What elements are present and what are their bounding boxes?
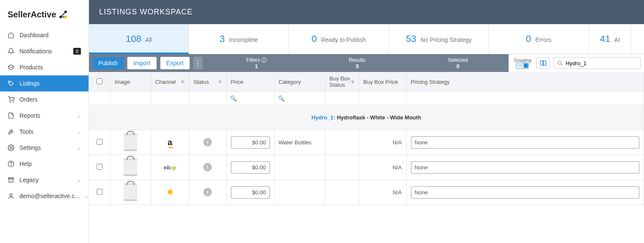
group-row[interactable]: Hydro_1: Hydroflask - White - Wide Mouth xyxy=(89,105,644,130)
table-row: a ! $0.00 Water Bottles N/A None xyxy=(89,130,644,155)
tab-label: Errors xyxy=(536,36,552,43)
listings-grid: Image Channel▼ Status▼ Price Category Bu… xyxy=(89,72,644,243)
table-row: ✱ ! $0.00 N/A None xyxy=(89,180,644,205)
col-status[interactable]: Status▼ xyxy=(189,72,226,92)
grouping-label: Grouping xyxy=(514,58,531,63)
status-warning-icon[interactable]: ! xyxy=(203,138,212,146)
tab-ready[interactable]: 0 Ready to Publish xyxy=(289,24,389,54)
nav-help[interactable]: Help xyxy=(0,156,89,172)
tab-nopricing[interactable]: 53 No Pricing Strategy xyxy=(389,24,489,54)
col-label: Price xyxy=(231,79,244,85)
svg-point-7 xyxy=(13,102,14,102)
status-warning-icon[interactable]: ! xyxy=(203,163,212,171)
nav-reports[interactable]: Reports ⌄ xyxy=(0,108,89,124)
price-input[interactable]: $0.00 xyxy=(231,161,270,174)
buybox-status-cell xyxy=(325,180,359,205)
tab-label: All xyxy=(145,36,152,43)
nav-tools[interactable]: Tools ⌄ xyxy=(0,124,89,140)
col-image[interactable]: Image xyxy=(110,72,151,92)
category-cell xyxy=(274,155,325,180)
tab-errors[interactable]: 0 Errors xyxy=(489,24,589,54)
tab-count: 41 xyxy=(600,33,610,44)
grouping-toggle[interactable]: Grouping ON xyxy=(512,58,533,69)
col-buybox-status[interactable]: Buy Box Status▼ xyxy=(325,72,359,92)
toggle-switch[interactable]: ON xyxy=(516,63,529,69)
col-channel[interactable]: Channel▼ xyxy=(151,72,189,92)
home-icon xyxy=(8,32,14,39)
status-warning-icon[interactable]: ! xyxy=(203,188,212,196)
group-title: Hydroflask - White - Wide Mouth xyxy=(337,114,421,121)
tab-label: Ready to Publish xyxy=(321,36,366,43)
nav-settings[interactable]: Settings ⌄ xyxy=(0,140,89,156)
search-input[interactable] xyxy=(566,60,637,66)
nav-listings[interactable]: Listings xyxy=(0,75,89,91)
import-button[interactable]: Import xyxy=(127,57,157,69)
filter-icon[interactable]: ▼ xyxy=(217,79,223,85)
row-checkbox[interactable] xyxy=(97,189,103,195)
price-input[interactable]: $0.00 xyxy=(231,136,270,149)
tab-all[interactable]: 108 All xyxy=(89,24,189,54)
nav-label: demo@selleractive.c... xyxy=(19,193,80,199)
tab-count: 0 xyxy=(312,33,317,44)
pricing-strategy-select[interactable]: None xyxy=(411,136,640,149)
gear-icon xyxy=(8,144,14,151)
archive-icon xyxy=(8,177,14,183)
tab-incomplete[interactable]: 3 Incomplete xyxy=(189,24,289,54)
stat-value: 0 xyxy=(408,63,508,69)
nav-notifications[interactable]: Notifications 0 xyxy=(0,43,89,59)
search-box[interactable] xyxy=(553,57,641,69)
filter-icon[interactable]: ▼ xyxy=(350,79,355,85)
toolbar: Publish Import Export ⋮ Filtersi 1 Resul… xyxy=(89,54,644,72)
buybox-price-cell: N/A xyxy=(359,130,406,155)
pricing-strategy-select[interactable]: None xyxy=(411,186,640,199)
col-label: Channel xyxy=(155,79,176,85)
columns-button[interactable] xyxy=(536,57,550,69)
svg-line-3 xyxy=(61,13,65,16)
buybox-price-cell: N/A xyxy=(359,155,406,180)
row-checkbox[interactable] xyxy=(97,139,103,145)
nav-products[interactable]: Products xyxy=(0,59,89,75)
export-button[interactable]: Export xyxy=(160,57,190,69)
col-pricing-strategy[interactable]: Pricing Strategy xyxy=(406,72,644,92)
tab-attention[interactable]: 41 At xyxy=(589,24,631,54)
more-actions-button[interactable]: ⋮ xyxy=(193,57,203,69)
tab-count: 108 xyxy=(126,33,142,44)
tab-label: At xyxy=(614,36,620,43)
nav-label: Reports xyxy=(19,112,40,119)
listings-table: Image Channel▼ Status▼ Price Category Bu… xyxy=(89,72,644,205)
nav-label: Listings xyxy=(19,80,39,87)
stat-label: Results xyxy=(307,57,408,63)
nav-label: Tools xyxy=(19,128,33,135)
price-input[interactable]: $0.00 xyxy=(231,186,270,199)
filter-icon[interactable]: ▼ xyxy=(180,79,186,85)
col-label: Pricing Strategy xyxy=(411,79,450,85)
info-icon[interactable]: i xyxy=(261,58,266,63)
col-buybox-price[interactable]: Buy Box Price xyxy=(359,72,406,92)
nav-user[interactable]: demo@selleractive.c... ⌄ xyxy=(0,188,89,204)
stat-label: Selected xyxy=(408,57,508,63)
tab-count: 53 xyxy=(406,33,416,44)
product-thumbnail[interactable] xyxy=(124,183,137,201)
col-category[interactable]: Category xyxy=(274,72,325,92)
category-cell: Water Bottles xyxy=(274,130,325,155)
stat-selected: Selected 0 xyxy=(408,54,508,72)
row-checkbox[interactable] xyxy=(97,164,103,170)
col-price[interactable]: Price xyxy=(226,72,274,92)
cart-icon xyxy=(8,96,14,103)
col-label: Status xyxy=(194,79,209,85)
table-row: ebay ! $0.00 N/A None xyxy=(89,155,644,180)
product-thumbnail[interactable] xyxy=(124,158,137,176)
category-filter[interactable]: 🔍 xyxy=(274,92,325,105)
product-thumbnail[interactable] xyxy=(124,133,137,151)
tab-count: 0 xyxy=(526,33,531,44)
select-all-checkbox[interactable] xyxy=(97,78,103,84)
search-icon: 🔍 xyxy=(278,95,285,102)
publish-button[interactable]: Publish xyxy=(92,57,124,69)
nav-orders[interactable]: Orders xyxy=(0,91,89,108)
svg-line-18 xyxy=(561,64,563,66)
price-filter[interactable]: 🔍 xyxy=(226,92,274,105)
nav-legacy[interactable]: Legacy ⌄ xyxy=(0,172,89,188)
pricing-strategy-select[interactable]: None xyxy=(411,161,640,174)
category-cell xyxy=(274,180,325,205)
nav-dashboard[interactable]: Dashboard xyxy=(0,27,89,43)
